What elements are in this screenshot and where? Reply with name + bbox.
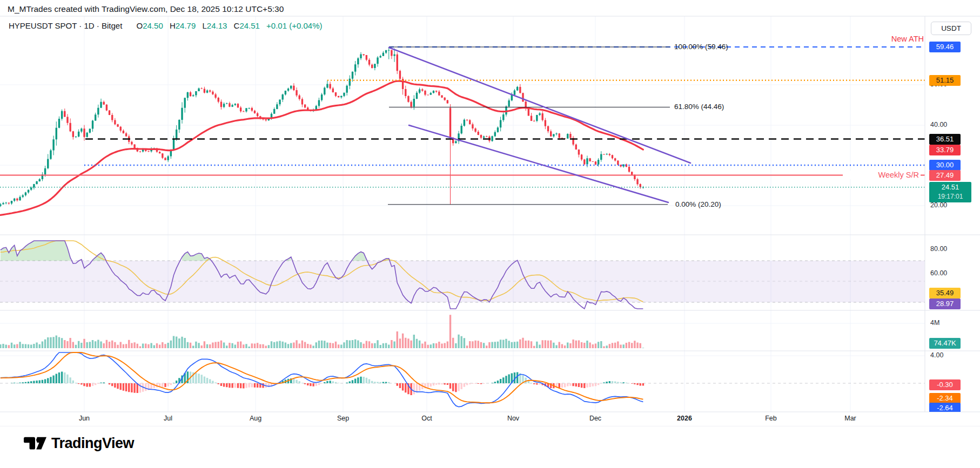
time-axis-label: Oct	[421, 415, 432, 422]
price-label: 36.51	[929, 134, 961, 145]
open-value: 24.50	[143, 21, 163, 30]
fib-0-label: 0.00% (20.20)	[675, 200, 721, 208]
time-axis-label: Sep	[337, 415, 349, 422]
axis-tick: 60.00	[930, 269, 947, 277]
time-axis-label: Mar	[844, 415, 856, 422]
new-ath-label: New ATH	[843, 35, 924, 43]
axis-tick: 4M	[930, 319, 939, 327]
current-price-label: 24.5119:17:01	[929, 182, 971, 202]
open-label: O	[137, 21, 143, 30]
change-value: +0.01 (+0.04%)	[266, 21, 322, 30]
close-label: C	[234, 21, 240, 30]
chart-canvas[interactable]	[0, 0, 980, 468]
time-axis-label: Dec	[589, 415, 601, 422]
fib-100-label: 100.00% (59.46)	[674, 43, 728, 51]
time-axis-label: 2026	[677, 415, 692, 422]
axis-tick: 80.00	[930, 245, 947, 253]
tradingview-logo-icon	[24, 436, 46, 451]
high-value: 24.79	[176, 21, 196, 30]
price-label: 51.15	[929, 75, 961, 86]
indicator-label: 74.47K	[929, 338, 961, 349]
time-axis-label: Feb	[765, 415, 777, 422]
indicator-label: 35.49	[929, 288, 961, 299]
symbol-info-row[interactable]: HYPEUSDT SPOT · 1D · Bitget O24.50 H24.7…	[9, 21, 323, 30]
indicator-label: -2.34	[929, 393, 961, 404]
tradingview-logo: TradingView	[24, 435, 134, 452]
time-axis-label: Aug	[250, 415, 261, 422]
weekly-sr-label: Weekly S/R	[843, 171, 921, 179]
high-label: H	[170, 21, 176, 30]
indicator-label: 28.97	[929, 299, 961, 309]
currency-button[interactable]: USDT	[931, 22, 971, 35]
low-value: 24.13	[207, 21, 227, 30]
axis-tick: 4.00	[930, 351, 943, 359]
axis-tick: 20.00	[930, 201, 947, 209]
price-label: 27.49	[929, 170, 961, 181]
time-axis-label: Nov	[507, 415, 519, 422]
symbol-description: HYPEUSDT SPOT · 1D · Bitget	[9, 21, 122, 30]
tradingview-logo-text: TradingView	[51, 435, 134, 452]
indicator-label: -0.30	[929, 379, 961, 390]
footer: TradingView	[0, 426, 980, 468]
price-axis[interactable]: 50.0040.0020.0080.0060.004M4.0059.4651.1…	[925, 16, 980, 412]
time-axis-label: Jun	[79, 415, 90, 422]
time-axis[interactable]: JunJulAugSepOctNovDec2026FebMar	[0, 412, 980, 426]
indicator-label: -2.64	[929, 403, 961, 412]
close-value: 24.51	[239, 21, 260, 30]
price-label: 30.00	[929, 160, 961, 171]
price-label: 59.46	[929, 42, 961, 52]
tradingview-screenshot: M_MTrades created with TradingView.com, …	[0, 0, 980, 468]
low-label: L	[202, 21, 206, 30]
price-label: 33.79	[929, 145, 961, 155]
time-axis-label: Jul	[164, 415, 172, 422]
axis-tick: 40.00	[930, 121, 947, 128]
fib-618-label: 61.80% (44.46)	[674, 103, 724, 111]
